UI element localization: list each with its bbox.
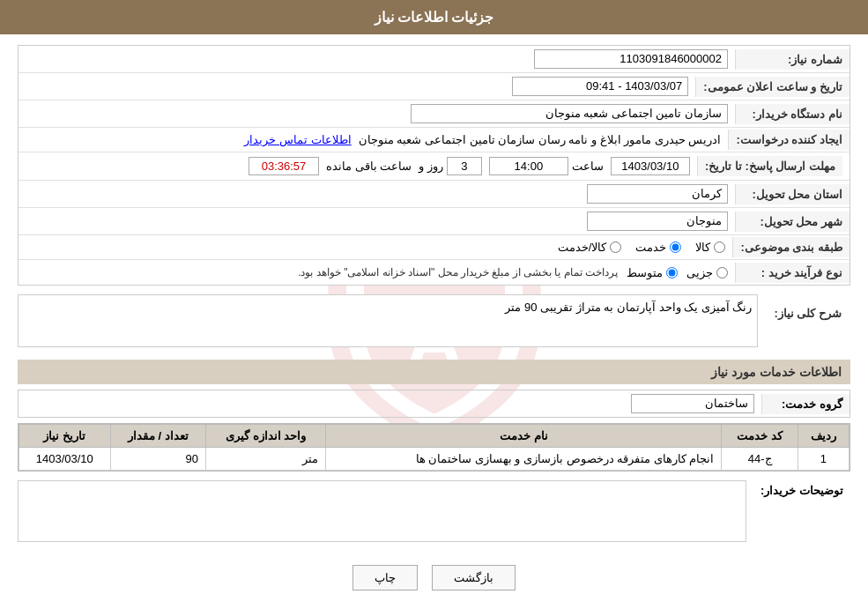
main-content: A شماره نیاز: 1103091846000002 تاریخ و س… (0, 34, 868, 609)
col-tedad: تعداد / مقدار (110, 425, 205, 448)
services-section: گروه خدمت: ساختمان ردیف کد خدمت نام خدمت… (18, 390, 850, 472)
tabaqeh-row: طبقه بندی موضوعی: کالا خدمت کالا/خدمت (19, 235, 849, 260)
shomareNiaz-input: 1103091846000002 (534, 49, 728, 69)
noefarayand-options: جزیی متوسط (627, 266, 728, 279)
col-vahed: واحد اندازه گیری (205, 425, 326, 448)
grouh-input: ساختمان (631, 394, 754, 413)
page-title: جزئیات اطلاعات نیاز (375, 10, 494, 25)
tozihat-box (18, 480, 746, 542)
ostan-label: استان محل تحویل: (735, 184, 849, 204)
table-row: 1 ج-44 انجام کارهای متفرقه درخصوص بازساز… (19, 448, 849, 471)
tarikh-label: تاریخ و ساعت اعلان عمومی: (695, 77, 849, 97)
shomareNiaz-label: شماره نیاز: (735, 49, 849, 70)
namDastgah-row: نام دستگاه خریدار: سازمان تامین اجتماعی … (19, 100, 849, 128)
sharh-box: رنگ آمیزی یک واحد آپارتمان به متراژ تقری… (18, 294, 758, 347)
ostan-row: استان محل تحویل: کرمان (19, 181, 849, 208)
tozihat-label: توضیحات خریدار: (753, 480, 850, 501)
tabaqeh-kala[interactable]: کالا (695, 241, 725, 254)
info-section: شماره نیاز: 1103091846000002 تاریخ و ساع… (18, 45, 850, 286)
noefarayand-row: نوع فرآیند خرید : جزیی متوسط پرداخت تمام… (19, 260, 849, 285)
services-table-wrapper: ردیف کد خدمت نام خدمت واحد اندازه گیری ت… (18, 423, 850, 472)
ostan-value: کرمان (19, 181, 735, 207)
shahr-label: شهر محل تحویل: (735, 212, 849, 232)
noefarayand-value: جزیی متوسط پرداخت تمام یا بخشی از مبلغ خ… (19, 263, 735, 283)
mohlat-rooz: 3 (447, 157, 482, 175)
grouh-label: گروه خدمت: (761, 394, 849, 414)
ijadKonande-row: ایجاد کننده درخواست: ادریس حیدری مامور ا… (19, 128, 849, 152)
shahr-value: منوجان (19, 208, 735, 234)
noefarayand-note: پرداخت تمام یا بخشی از مبلغ خریدار محل "… (298, 266, 618, 279)
ijadKonande-label: ایجاد کننده درخواست: (728, 130, 849, 150)
sharh-label: شرح کلی نیاز: (765, 301, 850, 325)
cell-tarikh: 1403/03/10 (19, 448, 111, 471)
mohlat-rooz-item: 3 روز و (419, 157, 482, 175)
shahr-row: شهر محل تحویل: منوجان (19, 208, 849, 235)
grouh-value: ساختمان (624, 390, 761, 417)
table-header-row: ردیف کد خدمت نام خدمت واحد اندازه گیری ت… (19, 425, 849, 448)
cell-name: انجام کارهای متفرقه درخصوص بازسازی و بهس… (326, 448, 722, 471)
content-overlay: شماره نیاز: 1103091846000002 تاریخ و ساع… (18, 45, 850, 601)
ijadKonande-value: ادریس حیدری مامور ابلاغ و نامه رسان سازم… (19, 130, 728, 150)
col-name: نام خدمت (326, 425, 722, 448)
noefarayand-motavasset[interactable]: متوسط (627, 266, 678, 279)
tabaqeh-label: طبقه بندی موضوعی: (732, 237, 849, 257)
shahr-input: منوجان (587, 212, 728, 231)
tabaqeh-kalaKhedmat[interactable]: کالا/خدمت (558, 241, 622, 254)
tabaqeh-options: کالا خدمت کالا/خدمت (19, 237, 732, 257)
back-button[interactable]: بازگشت (432, 565, 516, 590)
page-header: جزئیات اطلاعات نیاز (0, 0, 868, 34)
services-table: ردیف کد خدمت نام خدمت واحد اندازه گیری ت… (19, 424, 849, 471)
grouh-row: گروه خدمت: ساختمان (18, 390, 850, 418)
noefarayand-label: نوع فرآیند خرید : (735, 263, 849, 283)
shomareNiaz-value: 1103091846000002 (19, 46, 735, 72)
mohlat-baghimande-val: 03:36:57 (249, 157, 319, 175)
cell-kod: ج-44 (722, 448, 798, 471)
sharh-section: شرح کلی نیاز: رنگ آمیزی یک واحد آپارتمان… (18, 294, 850, 351)
ijadKonande-text: ادریس حیدری مامور ابلاغ و نامه رسان سازم… (359, 133, 722, 146)
shomareNiaz-row: شماره نیاز: 1103091846000002 (19, 46, 849, 73)
tarikh-input: 1403/03/07 - 09:41 (512, 77, 688, 96)
page-wrapper: جزئیات اطلاعات نیاز A شماره نیاز: 110309… (0, 0, 868, 609)
noefarayand-jozi[interactable]: جزیی (686, 266, 728, 279)
ostan-input: کرمان (587, 184, 728, 204)
cell-vahed: متر (205, 448, 326, 471)
print-button[interactable]: چاپ (352, 565, 418, 590)
tarikh-row: تاریخ و ساعت اعلان عمومی: 1403/03/07 - 0… (19, 73, 849, 100)
mohlat-date: 1403/03/10 (611, 157, 690, 175)
tozihat-box-wrapper (18, 480, 746, 546)
col-kod: کد خدمت (722, 425, 798, 448)
mohlat-baghimande-label: ساعت باقی مانده (326, 160, 412, 173)
mohlat-row: مهلت ارسال پاسخ: تا تاریخ: 1403/03/10 سا… (19, 152, 849, 181)
sharh-value: رنگ آمیزی یک واحد آپارتمان به متراژ تقری… (505, 301, 752, 314)
mohlat-saat: 14:00 (489, 157, 568, 175)
mohlat-saat-item: ساعت 14:00 (489, 157, 604, 175)
tarikh-value: 1403/03/07 - 09:41 (19, 73, 695, 100)
sharh-box-wrapper: رنگ آمیزی یک واحد آپارتمان به متراژ تقری… (18, 294, 758, 351)
mohlat-rooz-label: روز و (419, 160, 443, 173)
ettelaat-link[interactable]: اطلاعات تماس خریدار (244, 133, 351, 146)
tozihat-section: توضیحات خریدار: (18, 480, 850, 546)
buttons-row: بازگشت چاپ (18, 554, 850, 601)
services-title: اطلاعات خدمات مورد نیاز (18, 360, 850, 384)
cell-radif: 1 (798, 448, 849, 471)
namDastgah-value: سازمان تامین اجتماعی شعبه منوجان (19, 100, 735, 127)
namDastgah-input: سازمان تامین اجتماعی شعبه منوجان (411, 104, 728, 123)
cell-tedad: 90 (110, 448, 205, 471)
col-tarikh: تاریخ نیاز (19, 425, 111, 448)
namDastgah-label: نام دستگاه خریدار: (735, 104, 849, 124)
col-radif: ردیف (798, 425, 849, 448)
tabaqeh-khedmat[interactable]: خدمت (635, 241, 681, 254)
mohlat-saat-label: ساعت (572, 160, 604, 173)
mohlat-label: مهلت ارسال پاسخ: تا تاریخ: (697, 156, 842, 176)
